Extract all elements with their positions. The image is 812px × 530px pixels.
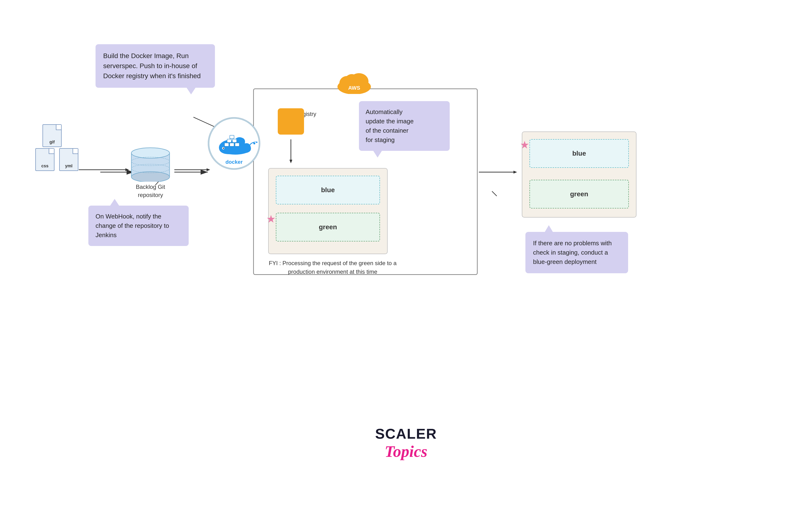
right-blue-star: ★ — [520, 139, 529, 151]
database-group: Backlog Git repository — [129, 143, 172, 183]
arrow-db-jenkins — [174, 165, 217, 175]
svg-point-60 — [233, 155, 235, 157]
callout-auto-text: Automaticallyupdate the imageof the cont… — [366, 107, 443, 145]
callout-build-text: Build the Docker Image, Run serverspec. … — [103, 51, 207, 81]
svg-point-13 — [131, 148, 170, 158]
callout-webhook-text: On WebHook, notify the change of the rep… — [96, 212, 182, 240]
svg-line-8 — [492, 191, 497, 196]
database-label: Backlog Git repository — [124, 183, 177, 199]
fyi-text: FYI : Processing the request of the gree… — [266, 259, 400, 276]
docker-registry-box — [278, 108, 304, 135]
aws-blue-slot: blue — [276, 176, 380, 205]
aws-blue-green-container: blue green ★ — [268, 168, 388, 254]
aws-green-label: green — [319, 223, 337, 231]
callout-deploy-text: If there are no problems with check in s… — [533, 239, 621, 267]
aws-cloud-icon: AWS — [335, 72, 373, 94]
callout-build: Build the Docker Image, Run serverspec. … — [96, 44, 215, 88]
svg-point-56 — [237, 141, 239, 143]
right-green-slot: green — [530, 180, 629, 208]
svg-text:AWS: AWS — [348, 85, 360, 91]
arrow-files-db — [79, 165, 136, 175]
scaler-title: SCALER — [322, 426, 490, 442]
gif-file-label: gif — [43, 140, 61, 145]
jenkins-face-svg — [218, 128, 250, 159]
svg-marker-45 — [513, 171, 517, 173]
callout-webhook: On WebHook, notify the change of the rep… — [88, 206, 189, 246]
docker-registry-icon-group: Docker registry — [278, 108, 316, 117]
docker-logo-group — [208, 117, 260, 170]
callout-auto: Automaticallyupdate the imageof the cont… — [359, 101, 450, 151]
arrow-registry-blue — [287, 139, 302, 168]
arrow-aws-right — [479, 167, 522, 177]
svg-point-40 — [345, 74, 359, 86]
diagram-container: gif css yml Backlog Git repository — [0, 0, 812, 530]
svg-point-14 — [131, 172, 170, 182]
aws-box: AWS Docker registry Automaticallyupdate … — [253, 88, 478, 275]
svg-rect-48 — [222, 136, 226, 143]
css-file-icon: css — [35, 148, 55, 171]
yml-file-icon: yml — [59, 148, 78, 171]
svg-rect-49 — [243, 136, 246, 143]
svg-point-57 — [233, 144, 235, 146]
scaler-brand: SCALER Topics — [322, 426, 490, 461]
aws-blue-label: blue — [321, 186, 335, 194]
aws-cloud-group: AWS — [335, 72, 373, 95]
svg-marker-43 — [289, 160, 292, 163]
svg-point-55 — [229, 141, 231, 143]
svg-rect-61 — [226, 131, 242, 133]
topics-title: Topics — [322, 442, 490, 461]
aws-green-slot: green — [276, 213, 380, 241]
yml-file-label: yml — [60, 164, 78, 169]
svg-marker-18 — [207, 168, 210, 171]
callout-deploy: If there are no problems with check in s… — [525, 232, 628, 273]
right-blue-slot: blue — [530, 139, 629, 168]
right-green-label: green — [570, 190, 588, 198]
database-svg — [129, 143, 172, 182]
svg-marker-11 — [126, 168, 129, 171]
right-blue-label: blue — [572, 150, 586, 157]
css-file-label: css — [36, 164, 54, 169]
right-blue-green-container: blue ★ green — [522, 131, 636, 218]
aws-green-star: ★ — [266, 213, 276, 225]
gif-file-icon: gif — [43, 124, 62, 147]
